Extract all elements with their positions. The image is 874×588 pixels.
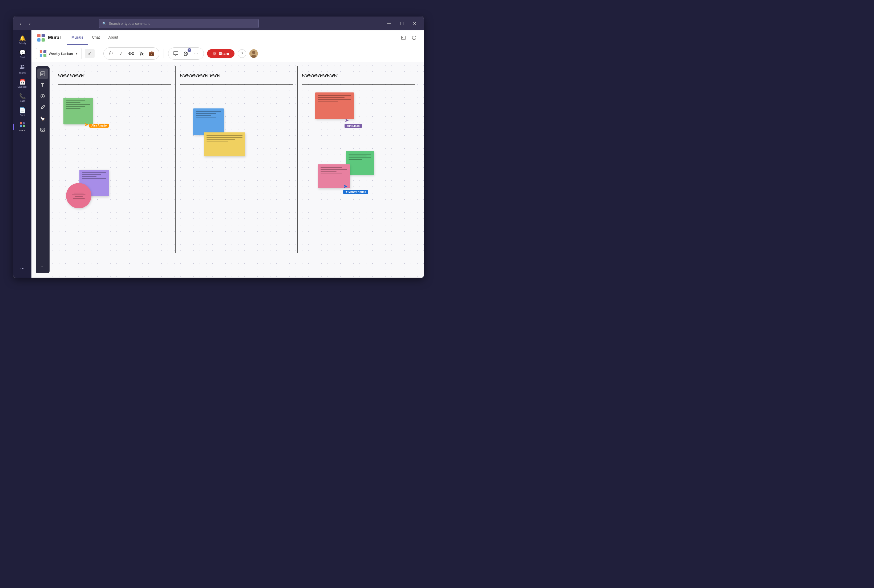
svg-rect-10 [42, 34, 45, 37]
sidebar-item-calls[interactable]: 📞 Calls [13, 92, 31, 105]
sticky-line [82, 176, 96, 177]
popout-button[interactable] [399, 34, 408, 42]
tab-murals[interactable]: Murals [67, 30, 88, 45]
sidebar-more-button[interactable]: ··· [17, 262, 28, 274]
window-controls: — ☐ ✕ [383, 19, 420, 28]
kanban-grid: www wwww [54, 66, 420, 253]
sidebar-label-calendar: Calender [18, 86, 27, 88]
nav-controls: ‹ › [16, 20, 34, 27]
pen-tool[interactable] [37, 102, 48, 113]
cursor-tool-button[interactable] [137, 49, 146, 58]
text-tool[interactable]: T [37, 80, 48, 90]
timer-tool-button[interactable]: ⏱ [107, 49, 115, 58]
nav-back-button[interactable]: ‹ [16, 20, 24, 27]
cursor-label-alex: Alex Amado [89, 124, 109, 128]
sticky-line [318, 97, 345, 98]
sidebar-item-mural[interactable]: Mural [13, 120, 31, 134]
llama-tool[interactable]: 🦙 [37, 113, 48, 124]
toolbar-separator-2 [163, 49, 164, 58]
sticky-note-blue[interactable] [193, 108, 224, 135]
users-count-badge: 3 [187, 48, 191, 52]
sticky-note-yellow[interactable] [204, 132, 245, 156]
sticky-line [349, 154, 371, 154]
svg-point-1 [23, 65, 24, 66]
search-bar[interactable]: 🔍 Search or type a command [99, 19, 259, 28]
tab-about[interactable]: About [104, 30, 123, 45]
app-tabs: Murals Chat About [67, 30, 122, 45]
sticky-note-salmon[interactable] [315, 93, 354, 119]
activity-icon: 🔔 [19, 36, 26, 41]
circle-line [72, 195, 85, 195]
briefcase-tool-button[interactable]: 💼 [147, 49, 156, 58]
more-options-button[interactable]: ··· [192, 49, 200, 58]
users-badge: 3 [182, 49, 190, 58]
close-button[interactable]: ✕ [409, 19, 420, 28]
sticky-lines-6 [349, 154, 371, 160]
sticky-note-tool[interactable] [37, 69, 48, 79]
sidebar-label-chat: Chat [20, 56, 25, 58]
spy-tool-button[interactable] [127, 49, 136, 58]
checklist-tool-button[interactable]: ✓ [117, 49, 126, 58]
sidebar-item-files[interactable]: 📄 Files [13, 105, 31, 118]
col-3-title: wwwwwwwwww [302, 70, 350, 79]
svg-point-25 [184, 52, 186, 54]
svg-rect-9 [37, 34, 40, 37]
circle-note-pink[interactable] [66, 183, 91, 208]
svg-rect-18 [40, 54, 42, 57]
sticky-note-green-2[interactable] [346, 151, 374, 175]
sticky-line [318, 99, 351, 100]
image-tool[interactable] [37, 124, 48, 135]
svg-rect-4 [20, 122, 22, 124]
col-2-header: wwwwwwww www [180, 66, 292, 85]
app-window: ‹ › 🔍 Search or type a command — ☐ ✕ 🔔 A… [13, 16, 424, 278]
cursor-label-mandy: ★Mandy Norles [343, 190, 368, 194]
svg-rect-17 [43, 50, 46, 53]
mural-selector[interactable]: Weekly Kanban ▼ [36, 48, 82, 59]
tool-more-button[interactable]: ··· [37, 261, 48, 271]
canvas-area: T 🦙 ··· [31, 62, 424, 278]
sidebar-item-teams[interactable]: Teams [13, 62, 31, 76]
svg-rect-12 [42, 38, 45, 42]
svg-rect-6 [20, 125, 22, 127]
svg-rect-16 [40, 50, 42, 53]
col-3-content: ➤ Zuri Eman [302, 87, 415, 234]
user-avatar[interactable] [249, 49, 258, 58]
check-button[interactable]: ✔ [85, 49, 94, 58]
titlebar: ‹ › 🔍 Search or type a command — ☐ ✕ [13, 16, 424, 30]
svg-point-3 [22, 67, 24, 69]
sticky-lines [66, 100, 90, 109]
share-button[interactable]: Share [207, 49, 234, 58]
toolbar-actions-group: 3 ··· [168, 47, 204, 60]
comment-button[interactable] [172, 49, 180, 58]
svg-line-24 [142, 54, 143, 56]
nav-forward-button[interactable]: › [26, 20, 34, 27]
svg-rect-5 [22, 122, 25, 124]
shape-tool[interactable] [37, 91, 48, 102]
circle-line [73, 198, 84, 199]
mandy-cursor-arrow-icon: ➤ [343, 183, 348, 189]
dropdown-arrow-icon: ▼ [75, 52, 78, 56]
sticky-note-green[interactable] [63, 98, 93, 124]
maximize-button[interactable]: ☐ [396, 19, 408, 28]
sidebar-label-activity: Activity [19, 42, 26, 45]
sticky-line [82, 172, 106, 173]
cursor-mandy: ➤ ★Mandy Norles [343, 183, 368, 194]
sticky-lines-7 [321, 167, 347, 174]
sticky-line [196, 113, 216, 114]
help-button[interactable]: ? [238, 49, 246, 58]
svg-rect-19 [43, 54, 46, 57]
svg-point-28 [213, 52, 216, 56]
circle-line [75, 196, 83, 197]
sidebar-item-activity[interactable]: 🔔 Activity [13, 34, 31, 46]
tab-chat[interactable]: Chat [88, 30, 104, 45]
info-button[interactable] [410, 34, 418, 42]
sticky-line [207, 139, 235, 140]
app-title: Mural [48, 35, 61, 40]
mural-toolbar: Weekly Kanban ▼ ✔ ⏱ ✓ 💼 [31, 45, 424, 62]
sticky-line [318, 101, 338, 102]
sticky-line [349, 159, 362, 160]
sticky-line [66, 104, 90, 105]
minimize-button[interactable]: — [383, 19, 395, 28]
sidebar-item-chat[interactable]: 💬 Chat [13, 48, 31, 61]
sidebar-item-calendar[interactable]: 📅 Calender [13, 77, 31, 90]
